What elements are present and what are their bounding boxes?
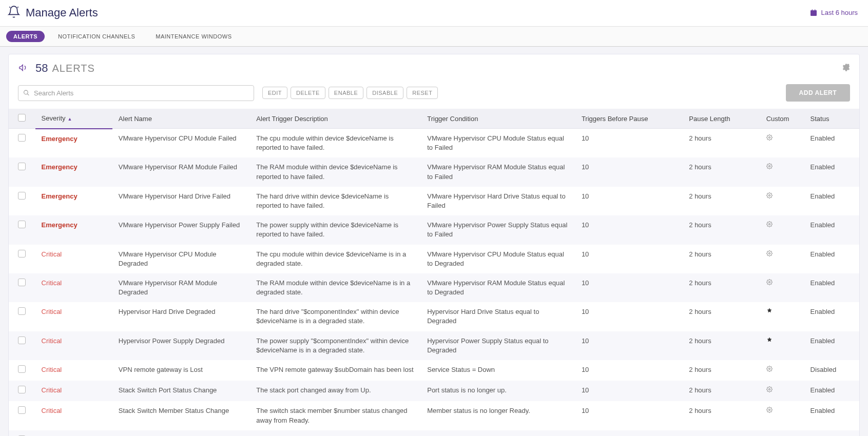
tab-maintenance-windows[interactable]: MAINTENANCE WINDOWS	[148, 31, 239, 42]
col-alert-name[interactable]: Alert Name	[112, 109, 250, 129]
svg-point-14	[768, 389, 770, 390]
table-row[interactable]: CriticalVMware Hypervisor RAM Module Deg…	[9, 273, 859, 302]
sub-nav-tabs: ALERTS NOTIFICATION CHANNELS MAINTENANCE…	[0, 27, 868, 47]
table-row[interactable]: CriticalHypervisor Power Supply Degraded…	[9, 331, 859, 360]
edit-button[interactable]: EDIT	[262, 87, 287, 99]
status-label: Disabled	[804, 360, 859, 381]
svg-point-13	[768, 368, 770, 370]
trigger-cond: Hypervisor Power Supply Status equal to …	[421, 331, 575, 360]
svg-point-9	[768, 194, 770, 196]
alert-name: Hypervisor Hard Drive Degraded	[112, 302, 250, 331]
pause-length: 2 hours	[683, 129, 760, 158]
svg-point-5	[24, 90, 28, 94]
col-pause-length[interactable]: Pause Length	[683, 109, 760, 129]
delete-button[interactable]: DELETE	[291, 87, 325, 99]
col-custom[interactable]: Custom	[760, 109, 804, 129]
reset-button[interactable]: RESET	[407, 87, 438, 99]
row-checkbox[interactable]	[18, 307, 26, 315]
alert-name: VMware Hypervisor Hard Drive Failed	[112, 187, 250, 215]
alerts-card: 58 ALERTS EDIT DELETE ENABLE DISABLE RES…	[8, 54, 860, 436]
col-triggers-before-pause[interactable]: Triggers Before Pause	[575, 109, 683, 129]
search-input[interactable]	[18, 85, 254, 101]
table-row[interactable]: EmergencyVMware Hypervisor RAM Module Fa…	[9, 157, 859, 186]
table-row[interactable]: CriticalVPN remote gateway is LostThe VP…	[9, 360, 859, 381]
triggers-before-pause: 10	[575, 302, 683, 331]
alert-count-label: ALERTS	[52, 63, 94, 74]
enable-button[interactable]: ENABLE	[329, 87, 363, 99]
table-row[interactable]: CriticalHypervisor Hard Drive DegradedTh…	[9, 302, 859, 331]
severity-label: Critical	[42, 250, 62, 258]
tab-notification-channels[interactable]: NOTIFICATION CHANNELS	[51, 31, 142, 42]
table-row[interactable]: EmergencyVMware Hypervisor Hard Drive Fa…	[9, 187, 859, 215]
svg-rect-1	[811, 10, 817, 12]
alert-name: VMware Hypervisor RAM Module Degraded	[112, 273, 250, 302]
severity-label: Emergency	[42, 135, 78, 143]
alert-name: VMware Hypervisor Power Supply Failed	[112, 215, 250, 244]
triggers-before-pause: 10	[575, 187, 683, 215]
row-checkbox[interactable]	[18, 250, 26, 257]
alerts-table: Severity▲ Alert Name Alert Trigger Descr…	[9, 109, 859, 436]
triggers-before-pause: 10	[575, 360, 683, 381]
status-label: Enabled	[804, 430, 859, 436]
bell-icon	[7, 5, 26, 20]
row-checkbox[interactable]	[18, 192, 26, 200]
trigger-cond: VMware Hypervisor RAM Module Status equa…	[421, 157, 575, 186]
severity-label: Emergency	[42, 192, 78, 200]
row-checkbox[interactable]	[18, 336, 26, 344]
triggers-before-pause: 10	[575, 245, 683, 273]
alert-name: VMware Hypervisor RAM Module Failed	[112, 157, 250, 186]
tab-alerts[interactable]: ALERTS	[6, 31, 45, 42]
col-trigger-cond[interactable]: Trigger Condition	[421, 109, 575, 129]
table-row[interactable]: CriticalVMware Hypervisor CPU Module Deg…	[9, 245, 859, 273]
pause-length: 2 hours	[683, 157, 760, 186]
trigger-cond: VMware Hypervisor Hard Drive Status equa…	[421, 187, 575, 215]
svg-point-4	[847, 64, 850, 66]
card-settings-icon[interactable]	[841, 63, 850, 74]
triggers-before-pause: 10	[575, 215, 683, 244]
trigger-cond: Member status is no longer Ready.	[421, 401, 575, 430]
triggers-before-pause: 10	[575, 381, 683, 401]
table-row[interactable]: EmergencyVMware Hypervisor CPU Module Fa…	[9, 129, 859, 158]
sort-asc-icon: ▲	[68, 116, 72, 122]
svg-point-12	[768, 281, 770, 283]
row-checkbox[interactable]	[18, 406, 26, 414]
custom-gear-icon	[766, 250, 773, 258]
col-status[interactable]: Status	[804, 109, 859, 129]
col-severity[interactable]: Severity▲	[35, 109, 112, 129]
add-alert-button[interactable]: ADD ALERT	[786, 84, 850, 102]
pause-length: 2 hours	[683, 215, 760, 244]
table-row[interactable]: EmergencyVMware Hypervisor Power Supply …	[9, 215, 859, 244]
time-range-selector[interactable]: Last 6 hours	[809, 9, 858, 17]
custom-gear-icon	[766, 192, 773, 200]
custom-gear-icon	[766, 221, 773, 229]
table-row[interactable]: CriticalStack Switch Port Status ChangeT…	[9, 381, 859, 401]
alert-name: VMware Hypervisor CPU Module Degraded	[112, 245, 250, 273]
status-label: Enabled	[804, 187, 859, 215]
severity-label: Critical	[42, 407, 62, 414]
svg-point-8	[768, 166, 770, 167]
row-checkbox[interactable]	[18, 134, 26, 142]
custom-star-icon	[766, 337, 773, 345]
table-row[interactable]: CriticalSpanning Tree Changed From Forwa…	[9, 430, 859, 436]
table-row[interactable]: CriticalStack Switch Member Status Chang…	[9, 401, 859, 430]
row-checkbox[interactable]	[18, 279, 26, 286]
status-label: Enabled	[804, 331, 859, 360]
row-checkbox[interactable]	[18, 365, 26, 373]
col-trigger-desc[interactable]: Alert Trigger Description	[250, 109, 421, 129]
pause-length: 2 hours	[683, 381, 760, 401]
triggers-before-pause: 10	[575, 401, 683, 430]
search-icon	[23, 90, 30, 96]
severity-label: Emergency	[42, 163, 78, 171]
severity-label: Critical	[42, 366, 62, 373]
disable-button[interactable]: DISABLE	[367, 87, 403, 99]
trigger-cond: Port state changed from Forwarding	[421, 430, 575, 436]
severity-label: Critical	[42, 308, 62, 315]
row-checkbox[interactable]	[18, 386, 26, 393]
row-checkbox[interactable]	[18, 163, 26, 170]
triggers-before-pause: 10	[575, 129, 683, 158]
row-checkbox[interactable]	[18, 221, 26, 228]
svg-point-7	[768, 137, 770, 138]
severity-label: Critical	[42, 337, 62, 345]
alert-name: Stack Switch Member Status Change	[112, 401, 250, 430]
select-all-checkbox[interactable]	[18, 114, 26, 122]
